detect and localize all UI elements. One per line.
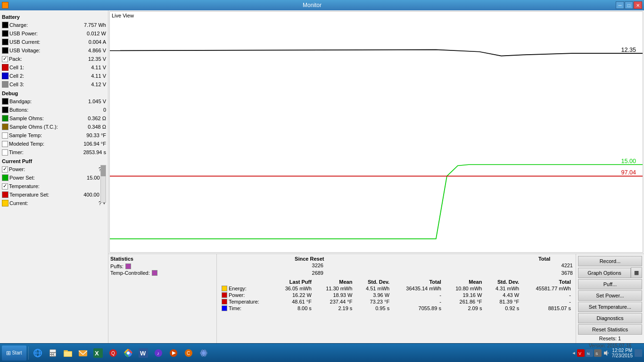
battery-usbpower-row: USB Power: 0.012 W [2, 29, 106, 38]
taskbar-word-icon[interactable]: W [136, 346, 150, 360]
currentpuff-section-header: Current Puff [2, 158, 106, 164]
stats-cell: 2.19 s [314, 305, 355, 312]
taskbar-atom-icon[interactable] [197, 346, 211, 360]
start-button[interactable]: ⊞ Start [2, 346, 26, 361]
modeledtemp-checkbox[interactable] [2, 141, 8, 147]
col-total2: Total [522, 279, 574, 285]
taskbar-mail-icon[interactable] [76, 346, 90, 360]
svg-text:W: W [140, 350, 146, 357]
set-temperature-button[interactable]: Set Temperature... [578, 302, 642, 312]
graph-options-row: Graph Options ▦ [578, 267, 642, 278]
stats-row-label: Temperature: [219, 298, 273, 305]
taskbar-music-icon[interactable]: ♪ [151, 346, 165, 360]
titlebar: Monitor ─ □ ✕ [0, 0, 644, 10]
sampleohmstc-value: 0.348 Ω [78, 124, 106, 130]
cell2-value: 4.11 V [78, 73, 106, 79]
usbvoltage-value: 4.866 V [78, 48, 106, 53]
battery-usbvoltage-row: USB Voltage: 4.866 V [2, 46, 106, 55]
taskbar-show-desktop-icon[interactable] [635, 349, 642, 357]
pack-label: Pack: [9, 56, 78, 62]
debug-sampleohmstc-row: Sample Ohms (T.C.): 0.348 Ω [2, 123, 106, 131]
puff-powerset-row: Power Set: 15.00 W [2, 173, 106, 182]
usbpower-value: 0.012 W [78, 31, 106, 36]
puff-button[interactable]: Puff... [578, 279, 642, 289]
svg-rect-14 [54, 354, 56, 356]
stats-cell: 4.31 mWh [485, 285, 522, 292]
set-power-button[interactable]: Set Power... [578, 290, 642, 301]
stats-row: Temperature:48.61 °F237.44 °F73.23 °F-26… [219, 298, 574, 305]
stats-tc-item: Temp-Controlled: [110, 270, 215, 276]
taskbar-time: 12:02 PM 7/23/2015 [612, 348, 633, 358]
buttons-value: 0 [78, 107, 106, 113]
puff-temperature-checkbox[interactable] [2, 183, 8, 189]
cell3-label: Cell 3: [9, 82, 78, 87]
graph-options-button[interactable]: Graph Options [578, 268, 631, 278]
stats-row-label: Energy: [219, 285, 273, 292]
svg-rect-18 [79, 350, 87, 356]
stats-puffs-item: Puffs: [110, 263, 215, 269]
taskbar-chrome-icon[interactable] [121, 346, 135, 360]
svg-text:X: X [95, 350, 99, 357]
battery-pack-row: Pack: 12.35 V [2, 55, 106, 63]
stats-cell: 3.96 W [355, 292, 392, 298]
taskbar-red-icon[interactable]: Q [106, 346, 120, 360]
minimize-button[interactable]: ─ [616, 1, 624, 9]
stats-cell: 7055.89 s [392, 305, 444, 312]
timer-label: Timer: [9, 149, 78, 155]
usbcurrent-value: 0.004 A [78, 39, 106, 45]
debug-bandgap-row: Bandgap: 1.045 V [2, 97, 106, 106]
battery-charge-row: Charge: 7.757 Wh [2, 21, 106, 29]
puff-temperature-row: Temperature: ? [2, 182, 106, 190]
battery-usbcurrent-row: USB Current: 0.004 A [2, 38, 106, 46]
stats-tc-label: Temp-Controlled: [110, 270, 150, 276]
stats-cell: - [392, 292, 444, 298]
puff-power-checkbox[interactable] [2, 166, 8, 173]
svg-text:15.00: 15.00 [621, 158, 636, 165]
taskbar-calculator-icon[interactable] [46, 346, 60, 360]
debug-buttons-row: Buttons: 0 [2, 106, 106, 114]
stats-cell: 0.95 s [355, 305, 392, 312]
record-button[interactable]: Record... [578, 256, 642, 266]
buttons-label: Buttons: [9, 107, 78, 113]
taskbar-ie-icon[interactable] [31, 346, 45, 360]
stats-right: Since Reset Total 3226 4221 2689 3678 [217, 254, 576, 343]
svg-text:S: S [595, 352, 598, 356]
stats-cell: 81.39 °F [485, 298, 522, 305]
taskbar-excel-icon[interactable]: X [91, 346, 105, 360]
col-label [219, 279, 273, 285]
cell3-value: 4.12 V [78, 82, 106, 87]
taskbar-orange-icon[interactable]: C [182, 346, 196, 360]
usbvoltage-label: USB Voltage: [9, 48, 78, 53]
stats-cell: 19.16 W [444, 292, 485, 298]
maximize-button[interactable]: □ [625, 1, 633, 9]
stats-left: Statistics Puffs: Temp-Controlled: [108, 254, 217, 343]
pack-checkbox[interactable] [2, 56, 8, 62]
tray-arrow[interactable]: ◄ [572, 351, 576, 355]
reset-statistics-button[interactable]: Reset Statistics [578, 324, 642, 335]
stats-cell: 11.30 mWh [314, 285, 355, 292]
svg-marker-44 [604, 350, 607, 356]
stats-cell: 8815.07 s [522, 305, 574, 312]
total-puffs: 4221 [530, 263, 573, 268]
left-panel: Battery Charge: 7.757 Wh USB Power: 0.01… [0, 10, 108, 343]
svg-rect-11 [54, 353, 56, 354]
diagnostics-button[interactable]: Diagnostics [578, 313, 642, 323]
taskbar-explorer-icon[interactable] [61, 346, 75, 360]
stats-table: Last Puff Mean Std. Dev. Total Mean Std.… [219, 279, 574, 312]
taskbar-media-icon[interactable] [166, 346, 181, 360]
battery-cell2-row: Cell 2: 4.11 V [2, 72, 106, 80]
stats-cell: 0.92 s [485, 305, 522, 312]
sampletemp-label: Sample Temp: [9, 132, 78, 138]
stats-cell: 10.80 mWh [444, 285, 485, 292]
graph-options-icon-button[interactable]: ▦ [631, 267, 642, 278]
modeledtemp-value: 106.94 °F [78, 141, 106, 147]
tray-volume-icon [603, 349, 610, 357]
stats-cell: - [522, 298, 574, 305]
stats-row: Power:16.22 W18.93 W3.96 W-19.16 W4.43 W… [219, 292, 574, 298]
pack-value: 12.35 V [78, 56, 106, 62]
close-button[interactable]: ✕ [634, 1, 642, 9]
timer-checkbox[interactable] [2, 149, 8, 156]
col-mean2: Mean [444, 279, 485, 285]
stats-row-label: Time: [219, 305, 273, 312]
sampletemp-checkbox[interactable] [2, 132, 8, 139]
